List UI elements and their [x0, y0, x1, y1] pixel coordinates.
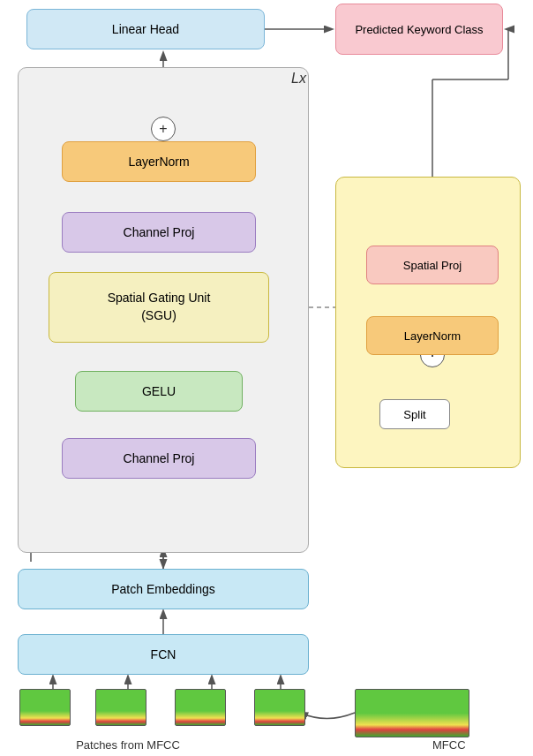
sgu-label: Spatial Gating Unit (SGU): [108, 290, 211, 324]
layer-norm-detail-box: LayerNorm: [366, 316, 499, 355]
patch-thumb-2: [95, 689, 146, 726]
mfcc-thumb: [355, 689, 469, 737]
channel-proj-top-box: Channel Proj: [62, 212, 256, 253]
predicted-class-box: Predicted Keyword Class: [335, 4, 503, 55]
patches-label: Patches from MFCC: [18, 738, 238, 752]
split-box: Split: [379, 399, 450, 429]
patch-thumb-3: [175, 689, 226, 726]
add-circle: +: [151, 117, 176, 141]
layer-norm-top-box: LayerNorm: [62, 141, 256, 182]
mfcc-label: MFCC: [432, 738, 466, 752]
patch-embeddings-box: Patch Embeddings: [18, 569, 309, 609]
gelu-box: GELU: [75, 371, 243, 412]
channel-proj-bottom-box: Channel Proj: [62, 438, 256, 479]
linear-head-box: Linear Head: [26, 9, 265, 49]
spatial-proj-box: Spatial Proj: [366, 246, 499, 284]
lx-label: Lx: [291, 71, 306, 87]
patch-thumb-1: [19, 689, 71, 726]
patch-thumb-4: [254, 689, 305, 726]
sgu-box: Spatial Gating Unit (SGU): [49, 272, 269, 343]
fcn-box: FCN: [18, 634, 309, 675]
